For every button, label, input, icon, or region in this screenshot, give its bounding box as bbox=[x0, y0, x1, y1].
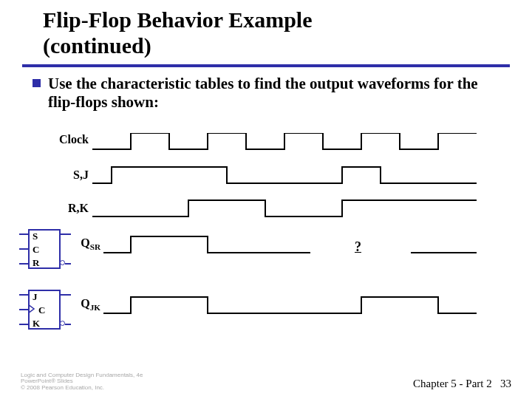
pin-s: S bbox=[33, 231, 38, 242]
bubble-qn1 bbox=[60, 260, 65, 265]
lead-q2 bbox=[61, 294, 71, 296]
lead-r1 bbox=[19, 263, 28, 265]
pin-j: J bbox=[33, 291, 38, 303]
page-number: 33 bbox=[500, 378, 511, 389]
wave-qjk bbox=[103, 297, 477, 313]
wave-rk bbox=[92, 200, 477, 216]
chapter-label: Chapter 5 - Part 2 bbox=[413, 378, 492, 389]
pin-k: K bbox=[33, 318, 40, 330]
title-line-2: (continued) bbox=[43, 33, 151, 58]
bullet-square-icon bbox=[33, 79, 41, 87]
waveforms-svg bbox=[0, 133, 532, 355]
wave-sj bbox=[92, 167, 477, 183]
footer-copyright: Logic and Computer Design Fundamentals, … bbox=[21, 372, 143, 392]
title-line-1: Flip-Flop Behavior Example bbox=[43, 7, 312, 32]
indeterminate-marker: ? bbox=[355, 239, 361, 255]
bullet-text: Use the characteristic tables to find th… bbox=[48, 75, 502, 112]
lead-q1 bbox=[61, 233, 71, 235]
wave-qsr bbox=[103, 236, 310, 253]
lead-k bbox=[19, 324, 28, 325]
clock-edge-triangle bbox=[28, 304, 35, 313]
lead-qn1 bbox=[65, 263, 71, 265]
slide-title: Flip-Flop Behavior Example (continued) bbox=[0, 0, 532, 63]
bubble-qn2 bbox=[60, 321, 65, 326]
bullet-item: Use the characteristic tables to find th… bbox=[0, 67, 532, 112]
lead-s bbox=[19, 233, 28, 235]
wave-clock bbox=[92, 133, 477, 149]
sr-flipflop-symbol: S C R bbox=[28, 229, 61, 269]
pin-c: C bbox=[33, 244, 39, 256]
pin-c2: C bbox=[38, 304, 45, 316]
lead-c2l bbox=[19, 309, 28, 310]
timing-diagram: Clock S,J R,K QSR QJK ? S C R J C K bbox=[0, 133, 532, 369]
lead-j bbox=[19, 294, 28, 296]
footer-page: Chapter 5 - Part 2 33 bbox=[413, 378, 511, 390]
lead-c1 bbox=[19, 248, 28, 250]
lead-qn2 bbox=[65, 324, 71, 325]
pin-r: R bbox=[33, 257, 39, 269]
